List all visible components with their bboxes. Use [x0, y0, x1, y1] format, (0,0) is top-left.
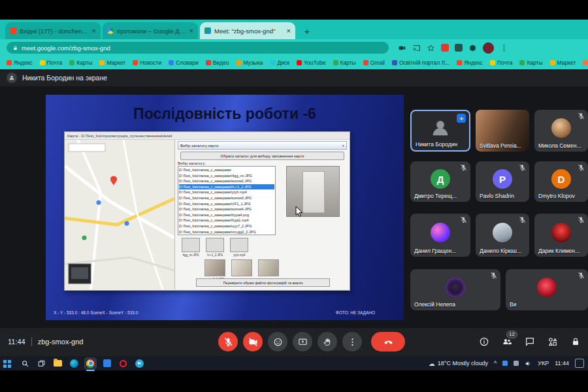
bookmark-item[interactable]: Gmail	[363, 59, 385, 66]
host-controls-button[interactable]	[570, 336, 581, 348]
shapes-icon	[547, 336, 558, 347]
bookmark-label: Диск	[278, 59, 289, 66]
taskbar-search-button[interactable]	[20, 359, 30, 368]
bookmark-item[interactable]: Почта	[490, 59, 513, 66]
bookmark-label: Маркет	[106, 59, 125, 66]
browser-chrome: Вхідні (177) - donchenko.lana7 × протоко…	[0, 20, 588, 69]
task-view-button[interactable]	[37, 359, 46, 368]
participant-tile-daryk[interactable]: Дарик Климен...	[534, 214, 588, 257]
reactions-button[interactable]	[268, 332, 287, 351]
bookmark-item[interactable]: Карты	[333, 59, 356, 66]
extension-icon-dark[interactable]	[455, 44, 463, 52]
chrome-icon	[86, 359, 95, 368]
bookmark-item[interactable]: Новости	[133, 59, 161, 66]
edge-button[interactable]	[69, 359, 79, 368]
mic-button[interactable]	[218, 332, 238, 351]
bookmark-item[interactable]: YouTube	[297, 59, 325, 66]
bookmark-item[interactable]: Маркет	[99, 59, 125, 66]
raise-hand-button[interactable]	[318, 332, 337, 351]
bookmark-favicon	[583, 60, 588, 65]
participant-tile-nikita[interactable]: Никита Бородин	[410, 110, 470, 152]
file-row: D:\Test_foto\папка_с_камерами\hyja1.mp4	[179, 218, 274, 223]
cloud-icon: ☁	[429, 360, 435, 367]
bookmark-item[interactable]: Маркет	[550, 59, 576, 66]
bookmark-item[interactable]: Освітній портал Л...	[392, 59, 449, 66]
blue-app-button[interactable]	[102, 359, 112, 368]
bookmark-item[interactable]: Карты	[519, 59, 542, 66]
bookmark-label: Почта	[497, 59, 513, 66]
tray-icon-blue[interactable]	[502, 361, 508, 366]
close-icon[interactable]: ×	[287, 27, 291, 35]
participant-tile-oleksii[interactable]: Олексій Нелепа	[410, 269, 500, 310]
participant-tile-danyl[interactable]: Данил Гращен...	[410, 214, 470, 257]
url-bar[interactable]: meet.google.com/zbg-smox-gnd	[7, 42, 389, 54]
mic-muted-icon	[519, 216, 526, 223]
profile-avatar[interactable]	[483, 42, 494, 54]
bookmark-item[interactable]: Словари	[169, 59, 199, 66]
notification-center-icon[interactable]	[575, 359, 584, 368]
bookmark-item[interactable]: Карты	[69, 59, 92, 66]
participant-tile-danylo[interactable]: Данило Кірюш...	[476, 214, 529, 257]
bookmark-item[interactable]: Видео	[206, 59, 229, 66]
participant-tile-you[interactable]: Ви	[506, 269, 588, 310]
start-button[interactable]	[4, 359, 14, 368]
extensions-puzzle-icon[interactable]	[468, 44, 477, 52]
meeting-details-button[interactable]	[478, 336, 490, 348]
camera-button[interactable]	[243, 332, 263, 351]
bookmark-favicon	[333, 60, 338, 65]
tray-expand-icon[interactable]: ^	[494, 360, 497, 367]
bookmark-favicon	[133, 60, 138, 65]
dialog-close-icon: ×	[342, 144, 344, 148]
cast-icon[interactable]	[412, 44, 421, 52]
camera-permission-icon[interactable]	[398, 44, 406, 52]
tray-icon-gray[interactable]	[514, 361, 519, 366]
participants-button[interactable]: 12	[501, 336, 513, 348]
close-icon[interactable]: ×	[92, 27, 96, 35]
thumb-caption: ytyh.mp4	[233, 253, 245, 256]
leave-call-button[interactable]	[371, 332, 405, 351]
browser-tab-meet-active[interactable]: Meet: "zbg-smox-gnd" ×	[200, 22, 295, 39]
file-list: D:\Test_foto\папка_с_камерами D:\Test_fo…	[178, 166, 276, 235]
more-options-button[interactable]	[342, 332, 362, 351]
search-icon	[21, 359, 29, 368]
participant-tile-dmytro-t[interactable]: Д Дмитро Терещ...	[410, 161, 470, 202]
telegram-button[interactable]	[135, 359, 144, 368]
shared-app-window: Карта - D:\Test_foto\просмотрщик_путешес…	[64, 131, 350, 291]
activities-button[interactable]	[547, 336, 559, 348]
participant-tile-pavlo[interactable]: P Pavlo Shadrin	[476, 161, 529, 202]
bookmark-item[interactable]: Почта	[40, 59, 63, 66]
extension-icon-red[interactable]	[441, 44, 449, 52]
weather-widget[interactable]: ☁ 18°C Mostly cloudy	[429, 360, 488, 367]
participant-name: Микола Семен...	[538, 142, 581, 149]
participant-tile-svitlava[interactable]: Svitlava Pereia...	[476, 110, 529, 152]
bookmark-item[interactable]: Яндекс	[7, 59, 33, 66]
tab-label: Вхідні (177) - donchenko.lana7	[20, 27, 90, 35]
mic-off-icon	[223, 337, 233, 347]
new-tab-button[interactable]: +	[300, 24, 314, 38]
close-icon[interactable]: ×	[189, 27, 193, 35]
chat-button[interactable]	[524, 336, 536, 348]
bookmark-favicon	[99, 60, 105, 65]
speaker-icon[interactable]	[525, 360, 532, 367]
participant-tile-dmytro-k[interactable]: D Dmytro Klopov	[534, 161, 588, 202]
bookmark-item[interactable]: Яндекс	[457, 59, 483, 66]
opera-button[interactable]	[118, 359, 128, 368]
taskbar-clock[interactable]: 11:44	[555, 360, 569, 367]
language-indicator[interactable]: УКР	[538, 360, 549, 367]
chrome-button[interactable]	[86, 359, 95, 368]
file-explorer-button[interactable]	[53, 359, 63, 368]
bookmark-item[interactable]: Новости	[583, 59, 588, 66]
participant-tile-mykola[interactable]: Микола Семен...	[534, 110, 588, 152]
bookmark-item[interactable]: Музыка	[237, 59, 263, 66]
participant-name: Никита Бородин	[416, 141, 457, 148]
browser-tab-drive[interactable]: протоколи – Google Диск ×	[103, 22, 198, 39]
bookmark-star-icon[interactable]	[427, 44, 435, 52]
participant-name: Дарик Климен...	[538, 248, 580, 254]
browser-menu-icon[interactable]	[500, 44, 508, 52]
bookmark-item[interactable]: Диск	[270, 59, 289, 66]
meet-favicon-icon	[204, 27, 211, 34]
bookmark-favicon	[7, 60, 12, 65]
bookmarks-bar: Яндекс Почта Карты Маркет Новости Словар…	[0, 56, 588, 69]
present-button[interactable]	[293, 332, 312, 351]
browser-tab-inbox[interactable]: Вхідні (177) - donchenko.lana7 ×	[5, 22, 101, 39]
